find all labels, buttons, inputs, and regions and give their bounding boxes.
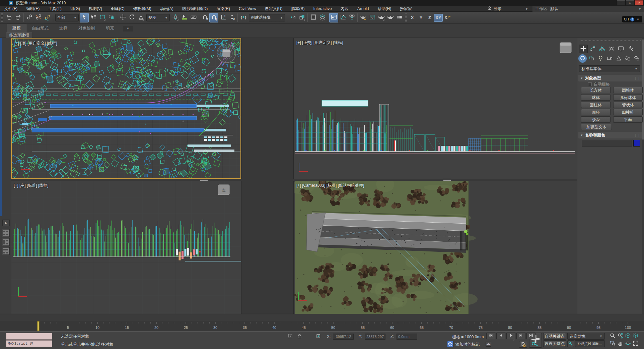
ab-compare-button[interactable] [395, 13, 404, 22]
autogrid-checkbox[interactable]: 自动栅格 [588, 81, 610, 87]
maxscript-mini-listener-label[interactable]: MAXScript 迷 [6, 340, 52, 347]
z-coord-field[interactable]: 0.0mm [397, 334, 417, 340]
mirror-button[interactable] [288, 13, 297, 22]
primitive-button-4[interactable]: 圆柱体 [581, 102, 611, 108]
ribbon-tab-1[interactable]: 自由形式 [26, 24, 54, 33]
primitive-button-6[interactable]: 圆环 [581, 109, 611, 115]
rectangular-selection-region-button[interactable] [98, 13, 107, 22]
select-and-scale-button[interactable] [136, 13, 145, 22]
primitive-button-0[interactable]: 长方体 [581, 87, 611, 93]
zoom-extents-all-button[interactable] [632, 333, 639, 340]
snaps-toggle-button[interactable]: 3 [209, 13, 218, 22]
menu-8[interactable]: 图形编辑器(D) [178, 6, 212, 12]
axis-constraint-y-button[interactable]: Y [417, 14, 425, 22]
zoom-button[interactable] [609, 333, 616, 340]
primitive-category-dropdown[interactable]: 标准基本体 ▼ [579, 65, 640, 72]
ribbon-tab-4[interactable]: 填充 [100, 24, 120, 33]
menu-17[interactable]: 扮家家 [396, 6, 416, 12]
layout-tabs-expand-button[interactable]: ▶ [2, 220, 10, 226]
rendered-frame-window-button[interactable] [368, 13, 377, 22]
select-and-rotate-button[interactable] [127, 13, 136, 22]
selection-set-dropdown[interactable]: 选定对象▼ [567, 333, 605, 340]
undo-button[interactable] [4, 13, 13, 22]
maximize-viewport-toggle-button[interactable] [632, 340, 639, 347]
reference-coordinate-system-dropdown[interactable]: 视图▼ [146, 14, 170, 21]
toggle-ribbon-button[interactable] [329, 13, 338, 22]
zoom-extents-button[interactable] [624, 333, 631, 340]
toggle-scene-explorer-button[interactable] [309, 13, 318, 22]
menu-6[interactable]: 修改器(M) [129, 6, 156, 12]
primitive-button-10[interactable]: 加强型文本 [581, 124, 612, 130]
viewport-camera-label[interactable]: [+] [Camera003] [标准] [默认明暗处理] [296, 183, 364, 188]
previous-frame-button[interactable] [496, 333, 505, 339]
align-button[interactable] [297, 13, 306, 22]
menu-0[interactable]: 文件(F) [0, 6, 22, 12]
pan-view-button[interactable] [617, 340, 624, 347]
schematic-view-button[interactable] [347, 13, 356, 22]
workspace-selector[interactable]: 工作区: 默认 ▼ [532, 6, 644, 12]
previous-next-key-buttons[interactable]: ◀▶ [486, 342, 491, 347]
viewport-empty-strip[interactable] [241, 38, 294, 314]
category-space-warps[interactable] [624, 54, 632, 63]
menu-14[interactable]: 内容 [336, 6, 353, 12]
primitive-button-5[interactable]: 管状体 [613, 102, 643, 108]
menu-15[interactable]: Arnold [353, 6, 373, 12]
viewport-layout-tab-2[interactable] [2, 247, 10, 255]
object-name-field[interactable] [582, 140, 632, 147]
viewport-orthographic[interactable]: [+] [正交] [用户定义] [线框] [294, 38, 577, 179]
select-by-name-button[interactable] [89, 13, 98, 22]
menu-11[interactable]: 自定义(U) [261, 6, 287, 12]
docked-bar-handle[interactable] [0, 38, 2, 216]
go-to-end-button[interactable] [526, 333, 535, 339]
selection-filter-dropdown[interactable]: 全部▼ [55, 14, 79, 21]
tab-modify[interactable] [588, 45, 597, 53]
next-frame-button[interactable] [516, 333, 525, 339]
tab-polygon-modeling[interactable]: 多边形建模 [6, 33, 32, 38]
category-geometry[interactable] [578, 54, 587, 63]
viewport-splitter-handle[interactable] [443, 179, 451, 181]
x-coord-field[interactable]: -39957.12 [333, 334, 354, 340]
help-icon[interactable]: ? [630, 17, 634, 21]
curve-editor-button[interactable] [338, 13, 347, 22]
go-to-start-button[interactable] [486, 333, 495, 339]
menu-7[interactable]: 动画(A) [156, 6, 178, 12]
use-pivot-center-button[interactable] [171, 13, 180, 22]
rollout-name-color[interactable]: ▼ 名称和颜色 ⋮⋮ [578, 132, 643, 138]
viewport-left[interactable]: 左 [+] [左] [标准] [线框] [11, 181, 241, 314]
add-time-tag[interactable]: 添加时间标记 [455, 342, 480, 347]
ribbon-tab-0[interactable]: 建模 [7, 24, 26, 33]
ribbon-tab-2[interactable]: 选择 [54, 24, 73, 33]
ribbon-options-icon[interactable]: ▼ [123, 26, 133, 32]
spinner-snap-toggle-button[interactable]: 2 [227, 13, 236, 22]
primitive-button-8[interactable]: 茶壶 [581, 116, 611, 123]
menu-1[interactable]: 编辑(E) [22, 6, 44, 12]
primitive-button-1[interactable]: 圆锥体 [613, 87, 643, 93]
category-shapes[interactable] [587, 54, 596, 63]
select-object-button[interactable] [80, 13, 89, 22]
angle-snap-toggle-button[interactable]: 2 [218, 13, 227, 22]
time-tag-cube-icon[interactable] [447, 341, 453, 347]
absolute-mode-toggle[interactable] [315, 333, 321, 340]
window-crossing-toggle-button[interactable] [107, 13, 116, 22]
orbit-button[interactable] [624, 340, 631, 347]
close-button[interactable]: ✕ [635, 0, 643, 5]
render-setup-button[interactable] [359, 13, 368, 22]
tab-display[interactable] [617, 45, 625, 53]
time-configuration-button[interactable] [519, 341, 527, 348]
viewport-top[interactable]: [+] [顶] [用户定义] [线框] [11, 38, 241, 179]
viewport-camera[interactable]: [+] [Camera003] [标准] [默认明暗处理] [294, 181, 577, 314]
category-cameras[interactable] [605, 54, 614, 63]
menu-10[interactable]: Civil View [234, 6, 261, 12]
rollout-object-type[interactable]: ▼ 对象类型 ⋮⋮ [578, 75, 643, 81]
menu-5[interactable]: 创建(C) [106, 6, 129, 12]
menu-9[interactable]: 渲染(R) [212, 6, 234, 12]
set-key-button[interactable]: 设置关键点 [543, 340, 566, 347]
command-panel-scrollbar[interactable] [642, 38, 644, 314]
key-filters-button[interactable]: 关键点过滤器... [575, 340, 605, 347]
primitive-button-9[interactable]: 平面 [613, 116, 643, 123]
menu-4[interactable]: 视图(V) [84, 6, 106, 12]
category-helpers[interactable] [615, 54, 623, 63]
menu-2[interactable]: 工具(T) [44, 6, 66, 12]
command-panel-drag-handle[interactable] [580, 40, 641, 41]
select-and-manipulate-button[interactable] [180, 13, 189, 22]
